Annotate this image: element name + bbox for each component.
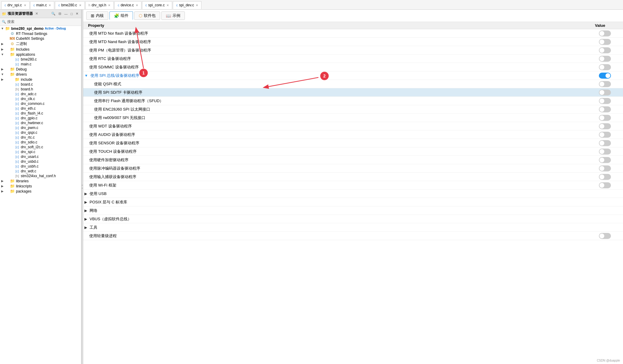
tab-device_c[interactable]: c device.c ✕ — [114, 1, 141, 9]
row-spi-bus[interactable]: ▼ 使用 SPI 总线/设备驱动程序 — [83, 71, 623, 80]
tree-item-drv_soft_i2c[interactable]: [c] drv_soft_i2c.c — [0, 145, 81, 149]
tree-item-drv_usbh[interactable]: [c] drv_usbh.c — [0, 164, 81, 169]
tree-item-drv_eth[interactable]: [c] drv_eth.c — [0, 106, 81, 111]
tree-item-boardc[interactable]: [c] board.c — [0, 82, 81, 87]
close-tab-icon[interactable]: ✕ — [35, 12, 38, 16]
toggle-audio[interactable] — [599, 132, 611, 138]
tab-examples[interactable]: 📖 示例 — [161, 11, 185, 20]
collapse-arrow-icon[interactable]: ▼ — [84, 74, 88, 78]
expand-arrow-icon[interactable]: ▶ — [84, 192, 87, 196]
tab-spi_dev_c[interactable]: c spi_dev.c ✕ — [173, 1, 201, 9]
tree-item-rtsettings[interactable]: ⚙ RT-Thread Settings — [0, 31, 81, 36]
row-audio[interactable]: 使用 AUDIO 设备驱动程序 — [83, 130, 623, 139]
tree-item-linkscripts[interactable]: ▶ 📁 linkscripts — [0, 184, 81, 189]
row-rtc[interactable]: 使用 RTC 设备驱动程序 — [83, 55, 623, 63]
tree-item-drv_qspi[interactable]: [c] drv_qspi.c — [0, 130, 81, 135]
tree-item-drv_sdio[interactable]: [c] drv_sdio.c — [0, 140, 81, 145]
row-enc28j60[interactable]: 使用 ENC28J60 SPI 以太网接口 — [83, 105, 623, 114]
toggle-mtd-nand[interactable] — [599, 39, 611, 45]
row-hwcrypto[interactable]: 使用硬件加密驱动程序 — [83, 156, 623, 164]
tab-drv_spi_c[interactable]: c drv_spi.c ✕ — [1, 1, 30, 9]
row-wdt[interactable]: 使用 WDT 设备驱动程序 — [83, 122, 623, 130]
tab-close[interactable]: ✕ — [24, 4, 26, 7]
tree-item-bme280c[interactable]: [c] bme280.c — [0, 57, 81, 62]
row-input-capture[interactable]: 使用输入捕获设备驱动程序 — [83, 173, 623, 181]
tree-item-binary[interactable]: ▶ ⚙ 二进制 — [0, 41, 81, 47]
expand-arrow-icon[interactable]: ▶ — [84, 225, 87, 230]
tab-close[interactable]: ✕ — [49, 4, 51, 7]
tree-item-debug[interactable]: ▶ 📁 Debug — [0, 67, 81, 72]
toggle-hwcrypto[interactable] — [599, 157, 611, 163]
tab-main_c[interactable]: c main.c ✕ — [30, 1, 55, 9]
tree-item-applications[interactable]: ▼ 📁 applications — [0, 52, 81, 57]
tab-packages[interactable]: ⬡ 软件包 — [134, 11, 160, 20]
toggle-wifi[interactable] — [599, 182, 611, 188]
row-wifi[interactable]: 使用 Wi-Fi 框架 — [83, 181, 623, 190]
tree-item-includes[interactable]: ▶ 📁 Includes — [0, 47, 81, 52]
tab-spi_core_c[interactable]: c spi_core.c ✕ — [142, 1, 172, 9]
row-tools[interactable]: ▶ 工具 — [83, 223, 623, 232]
tab-drv_spi_h[interactable]: h drv_spi.h ✕ — [85, 1, 114, 9]
tree-item-boardh[interactable]: [h] board.h — [0, 87, 81, 92]
row-vbus[interactable]: ▶ VBUS（虚拟软件总线） — [83, 215, 623, 223]
tab-close[interactable]: ✕ — [136, 4, 138, 7]
row-touch[interactable]: 使用 TOUCH 设备驱动程序 — [83, 147, 623, 156]
toggle-touch[interactable] — [599, 149, 611, 155]
tree-item-drivers[interactable]: ▼ 📁 drivers — [0, 72, 81, 77]
tree-item-drv_wdt[interactable]: [c] drv_wdt.c — [0, 169, 81, 174]
tree-item-root[interactable]: ▼ 📁 bme280_spi_demo Active - Debug — [0, 26, 81, 31]
tree-item-stm32l4xx_hal_conf[interactable]: [h] stm32l4xx_hal_conf.h — [0, 174, 81, 178]
toggle-sdmmc[interactable] — [599, 64, 611, 70]
toggle-qspi[interactable] — [599, 81, 611, 87]
tab-close[interactable]: ✕ — [166, 4, 169, 7]
tab-close[interactable]: ✕ — [79, 4, 81, 7]
toggle-pm[interactable] — [599, 47, 611, 53]
toggle-pulse-encoder[interactable] — [599, 165, 611, 171]
tree-item-libraries[interactable]: ▶ 📁 libraries — [0, 178, 81, 184]
row-sdmmc[interactable]: 使用 SD/MMC 设备驱动程序 — [83, 63, 623, 71]
toggle-enc28j60[interactable] — [599, 106, 611, 112]
maximize-button[interactable]: □ — [70, 12, 74, 16]
tree-item-drv_clk[interactable]: [c] drv_clk.c — [0, 96, 81, 101]
row-spi-sdtf[interactable]: 使用 SPI SD/TF 卡驱动程序 — [83, 88, 623, 97]
toggle-rtc[interactable] — [599, 56, 611, 62]
toggle-wdt[interactable] — [599, 123, 611, 129]
row-pulse-encoder[interactable]: 使用脉冲编码器设备驱动程序 — [83, 164, 623, 173]
toggle-input-capture[interactable] — [599, 174, 611, 180]
toggle-spi-bus[interactable] — [599, 73, 611, 79]
tree-item-packages[interactable]: ▶ 📁 packages — [0, 189, 81, 194]
toggle-lightweight-process[interactable] — [599, 233, 611, 239]
row-sfud[interactable]: 使用串行 Flash 通用驱动程序（SFUD） — [83, 97, 623, 105]
tree-item-drv_adc[interactable]: [c] drv_adc.c — [0, 92, 81, 96]
tree-item-drv_hwtimer[interactable]: [c] drv_hwtimer.c — [0, 121, 81, 125]
row-rw009[interactable]: 使用 rw009/007 SPI 无线接口 — [83, 114, 623, 122]
expand-arrow-icon[interactable]: ▶ — [84, 209, 87, 213]
row-posix[interactable]: ▶ POSIX 层与 C 标准库 — [83, 198, 623, 206]
tab-components[interactable]: 🧩 组件 — [109, 11, 133, 20]
tree-item-mainc[interactable]: [c] main.c — [0, 62, 81, 67]
tree-item-cubemx[interactable]: MX CubeMX Settings — [0, 36, 81, 41]
tab-bme280_c[interactable]: c bme280.c ✕ — [55, 1, 84, 9]
row-lightweight-process[interactable]: 使用轻量级进程 — [83, 232, 623, 240]
row-network[interactable]: ▶ 网络 — [83, 206, 623, 215]
row-mtd-nor[interactable]: 使用 MTD Nor flash 设备驱动程序 — [83, 29, 623, 38]
tree-item-drv_gpio[interactable]: [c] drv_gpio.c — [0, 116, 81, 121]
close-button[interactable]: ✕ — [75, 11, 79, 16]
tree-item-drv_spi[interactable]: [c] drv_spi.c — [0, 149, 81, 154]
row-sensor[interactable]: 使用 SENSOR 设备驱动程序 — [83, 139, 623, 147]
toggle-sfud[interactable] — [599, 98, 611, 104]
minimize-button[interactable]: — — [63, 12, 68, 16]
tree-item-include[interactable]: ▶ 📁 include — [0, 77, 81, 82]
tree-item-drv_usart[interactable]: [c] drv_usart.c — [0, 154, 81, 159]
toggle-mtd-nor[interactable] — [599, 30, 611, 36]
row-qspi[interactable]: 使能 QSPI 模式 — [83, 80, 623, 88]
toggle-rw009[interactable] — [599, 115, 611, 121]
tree-item-drv_usbd[interactable]: [c] drv_usbd.c — [0, 159, 81, 164]
tree-item-drv_common[interactable]: [c] drv_common.c — [0, 101, 81, 106]
row-pm[interactable]: 使用 PM（电源管理）设备驱动程序 — [83, 46, 623, 55]
toggle-spi-sdtf[interactable] — [599, 89, 611, 96]
tab-close[interactable]: ✕ — [108, 4, 110, 7]
tree-item-drv_flash_l4[interactable]: [c] drv_flash_l4.c — [0, 111, 81, 116]
collapse-all-button[interactable]: ⊟ — [58, 11, 62, 16]
tab-kernel[interactable]: ⊞ 内核 — [86, 11, 108, 20]
